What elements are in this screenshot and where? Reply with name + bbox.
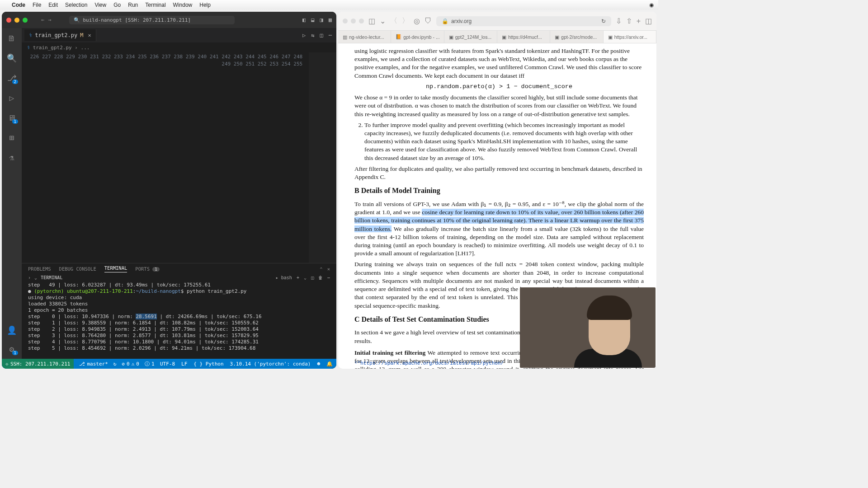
privacy-icon[interactable]: ◎: [414, 17, 420, 25]
window-controls[interactable]: [343, 19, 364, 23]
chevron-down-icon[interactable]: ⌄: [34, 275, 37, 280]
testing-icon[interactable]: ⚗: [6, 152, 17, 163]
source-control-icon[interactable]: ⎇2: [6, 72, 17, 83]
extensions-icon[interactable]: ⊞: [6, 132, 17, 143]
window-controls[interactable]: [6, 18, 28, 23]
safari-tab[interactable]: ▥ng-video-lectur...: [338, 31, 391, 43]
breadcrumbs[interactable]: ⚕ train_gpt2.py › ...: [22, 42, 336, 52]
git-branch[interactable]: ⎇ master*: [79, 361, 108, 367]
fwd-icon[interactable]: 〉: [402, 16, 409, 26]
modified-indicator: M: [80, 32, 83, 38]
breadcrumb-text: train_gpt2.py › ...: [33, 45, 90, 51]
menu-file[interactable]: File: [33, 2, 41, 8]
nav-fwd-icon[interactable]: →: [48, 17, 51, 23]
reload-icon[interactable]: ↻: [601, 18, 606, 24]
chevron-down-icon[interactable]: ⌄: [380, 17, 386, 25]
encoding[interactable]: UTF-8: [160, 361, 175, 367]
safari-tab[interactable]: ▣gpt2_124M_los...: [444, 31, 497, 43]
split-terminal-icon[interactable]: ◫: [311, 275, 314, 280]
footnote-link[interactable]: ¹⁰https://spark.apache.org/docs/latest/a…: [354, 361, 504, 366]
vscode-titlebar: ←→ 🔍build-nanogpt [SSH: 207.211.170.211]…: [2, 12, 336, 28]
menu-edit[interactable]: Edit: [48, 2, 58, 8]
favicon-icon: ▣: [502, 34, 506, 40]
panel-tab-problems[interactable]: PROBLEMS: [28, 266, 51, 272]
menu-terminal[interactable]: Terminal: [145, 2, 165, 8]
panel-tab-terminal[interactable]: TERMINAL: [104, 265, 127, 272]
paper-text: After filtering for duplicates and quali…: [354, 165, 644, 181]
panel-right-icon[interactable]: ◨: [320, 17, 323, 23]
safari-tab[interactable]: ▣gpt-2/src/mode...: [550, 31, 603, 43]
accounts-icon[interactable]: 👤: [6, 324, 17, 335]
close-panel-icon[interactable]: ✕: [327, 266, 330, 272]
screenrec-icon[interactable]: ◉: [649, 2, 654, 8]
shield-icon[interactable]: ⛉: [425, 17, 432, 25]
panel-tab-debug[interactable]: DEBUG CONSOLE: [59, 266, 96, 272]
chevron-right-icon[interactable]: ›: [28, 275, 31, 280]
info-count[interactable]: ⓘ 1: [145, 361, 155, 367]
editor-tabs: ⚕ train_gpt2.py M ✕ ▷ ⇆ ◫ ⋯: [22, 28, 336, 42]
terminal-dropdown-icon[interactable]: ⌄: [304, 275, 307, 280]
back-icon[interactable]: 〈: [390, 16, 397, 26]
run-icon[interactable]: ▷: [302, 32, 306, 38]
address-bar[interactable]: 🔒 arxiv.org ↻: [436, 16, 611, 26]
code-editor[interactable]: 226 227 228 229 230 231 232 233 234 235 …: [22, 52, 336, 263]
favicon-icon: ▣: [555, 34, 559, 40]
remote-indicator[interactable]: ⟐ SSH: 207.211.170.211: [2, 359, 74, 369]
split-editor-icon[interactable]: ◫: [320, 32, 323, 38]
feedback-icon[interactable]: ☻: [317, 361, 320, 367]
safari-toolbar: ◫ ⌄ 〈 〉 ◎ ⛉ 🔒 arxiv.org ↻ ⇩ ⇧ + ◫: [338, 12, 656, 31]
sync-icon[interactable]: ↻: [113, 361, 117, 367]
paper-text: To train all versions of GPT-3, we use A…: [354, 200, 644, 258]
safari-tab[interactable]: ▣https://d4mucf...: [497, 31, 550, 43]
minimap[interactable]: [309, 52, 336, 263]
panel-bottom-icon[interactable]: ⬓: [311, 17, 314, 23]
python-interpreter[interactable]: 3.10.14 ('pytorchn': conda): [230, 361, 311, 367]
search-icon: 🔍: [74, 17, 80, 23]
more-terminal-icon[interactable]: ⋯: [327, 275, 330, 280]
sidebar-icon[interactable]: ◫: [368, 17, 375, 25]
shell-label[interactable]: ▸ bash: [276, 275, 292, 280]
close-tab-icon[interactable]: ✕: [88, 32, 91, 38]
menu-window[interactable]: Window: [173, 2, 193, 8]
bell-icon[interactable]: 🔔: [326, 361, 333, 367]
tabs-icon[interactable]: ◫: [645, 17, 652, 25]
app-name[interactable]: Code: [12, 2, 25, 8]
menu-help[interactable]: Help: [199, 2, 211, 8]
explorer-icon[interactable]: 🗎: [6, 33, 17, 43]
tab-label: train_gpt2.py: [35, 32, 77, 38]
command-center[interactable]: 🔍build-nanogpt [SSH: 207.211.170.211]: [69, 16, 235, 24]
run-debug-icon[interactable]: ▷: [6, 92, 17, 103]
maximize-panel-icon[interactable]: ⌃: [320, 266, 322, 272]
search-icon[interactable]: 🔍: [6, 52, 17, 63]
panel-left-icon[interactable]: ◧: [302, 17, 306, 23]
nav-back-icon[interactable]: ←: [41, 17, 44, 23]
language-mode[interactable]: { } Python: [193, 361, 223, 367]
panel-tab-ports[interactable]: PORTS 1: [135, 266, 159, 272]
new-terminal-icon[interactable]: +: [297, 275, 299, 280]
diff-icon[interactable]: ⇆: [311, 32, 314, 38]
layout-icon[interactable]: ▦: [329, 17, 332, 23]
errors-count[interactable]: ⊘ 0 ⚠ 0: [122, 361, 139, 367]
tab-train-gpt2[interactable]: ⚕ train_gpt2.py M ✕: [24, 29, 96, 41]
url-host: arxiv.org: [451, 18, 472, 24]
menu-view[interactable]: View: [94, 2, 106, 8]
menu-go[interactable]: Go: [113, 2, 121, 8]
python-file-icon: ⚕: [29, 32, 32, 38]
python-file-icon: ⚕: [27, 45, 30, 51]
settings-gear-icon[interactable]: ⚙1: [6, 343, 17, 354]
terminal-output[interactable]: step 49 | loss: 6.023287 | dt: 93.49ms |…: [22, 281, 336, 359]
menu-run[interactable]: Run: [128, 2, 138, 8]
favicon-icon: ▣: [608, 34, 613, 40]
safari-tab[interactable]: ▣https://arxiv.or...: [604, 31, 656, 43]
share-icon[interactable]: ⇧: [626, 17, 632, 25]
safari-tab[interactable]: 📙gpt-dev.ipynb - ...: [391, 31, 444, 43]
eol[interactable]: LF: [181, 361, 187, 367]
new-tab-icon[interactable]: +: [637, 17, 641, 25]
paper-content[interactable]: using logistic regression classifier wit…: [338, 43, 656, 369]
more-icon[interactable]: ⋯: [329, 32, 332, 38]
menu-selection[interactable]: Selection: [65, 2, 87, 8]
kill-terminal-icon[interactable]: 🗑: [318, 275, 323, 280]
list-item: To further improve model quality and pre…: [364, 121, 644, 162]
remote-explorer-icon[interactable]: 🖥1: [6, 112, 17, 123]
download-icon[interactable]: ⇩: [616, 17, 622, 25]
